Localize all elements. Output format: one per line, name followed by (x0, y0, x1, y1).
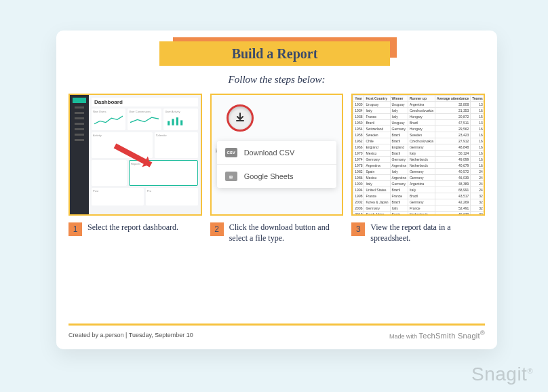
footer-credit: Created by a.person | Tuesday, September… (68, 332, 193, 338)
dashboard-mock: Dashboard New Users User Conversions Use… (70, 95, 201, 214)
svg-rect-1 (172, 119, 174, 125)
dashboard-tile: New Users (92, 109, 125, 130)
tutorial-card: Build a Report Follow the steps below: D… (56, 31, 497, 349)
spreadsheet-table: YearHost CountryWinnerRunner upAverage a… (353, 95, 484, 214)
dashboard-tile: Calendar (155, 132, 198, 158)
table-header: Year (353, 96, 364, 102)
svg-rect-0 (168, 121, 170, 125)
footer-madewith: Made with TechSmith Snagit® (389, 330, 485, 340)
svg-rect-3 (181, 120, 183, 125)
table-row: 1982SpainItalyGermany40,5722452146 (353, 169, 484, 175)
dashboard-sidebar (70, 95, 89, 214)
step-3-image: YearHost CountryWinnerRunner upAverage a… (351, 94, 485, 216)
table-header: Average attendance (435, 96, 471, 102)
table-row: 1934ItalyItalyCzechoslovakia21,353161770 (353, 108, 484, 114)
step-3: YearHost CountryWinnerRunner upAverage a… (351, 94, 485, 243)
svg-rect-2 (176, 117, 178, 125)
download-button[interactable] (227, 104, 254, 132)
table-row: 1930UruguayUruguayArgentina32,808131870 (353, 102, 484, 108)
table-header: Winner (390, 96, 408, 102)
dashboard-tile: User Activity (163, 109, 197, 130)
dashboard-tile (92, 160, 127, 186)
table-row: 1958SwedenBrazilSweden23,4231635126 (353, 132, 484, 138)
step-2: king CSV Download CSV ⊞ Google Sheets (210, 94, 344, 243)
table-row: 2006GermanyItalyFrance52,4913264147 (353, 205, 484, 212)
footer: Created by a.person | Tuesday, September… (68, 324, 485, 340)
table-header: Host Country (364, 96, 390, 102)
csv-icon: CSV (225, 148, 237, 157)
menu-label-sheets: Google Sheets (244, 172, 294, 180)
step-text-2: Click the download button and select a f… (229, 222, 344, 243)
dashboard-tile: Pro (146, 188, 198, 205)
step-number-3: 3 (351, 222, 365, 236)
step-text-3: View the report data in a spreadsheet. (370, 222, 485, 243)
step-text-1: Select the report dashboard. (87, 222, 178, 233)
table-row: 2010South AfricaSpainNetherlands49,67032… (353, 212, 484, 215)
dashboard-tile: User Conversions (128, 109, 161, 130)
title-container: Build a Report (165, 41, 389, 68)
table-row: 1994United StatesBrazilItaly68,991245214… (353, 187, 484, 193)
dashboard-heading: Dashboard (92, 98, 198, 106)
sheets-icon: ⊞ (225, 172, 237, 181)
dashboard-tile-reports: Reports (129, 160, 198, 186)
subtitle: Follow the steps below: (68, 74, 485, 85)
table-row: 1954SwitzerlandGermanyHungary29,56216261… (353, 126, 484, 132)
table-header: Teams (471, 96, 484, 102)
menu-label-csv: Download CSV (244, 149, 295, 157)
download-menu: CSV Download CSV ⊞ Google Sheets (217, 141, 337, 188)
snagit-watermark: Snagit® (471, 364, 533, 385)
title-bar: Build a Report (159, 41, 390, 66)
table-row: 1950BrazilUruguayBrazil47,511132288 (353, 120, 484, 126)
table-row: 1974GermanyGermanyNetherlands49,09916389… (353, 157, 484, 163)
step-number-1: 1 (68, 222, 82, 236)
step-1-image: Dashboard New Users User Conversions Use… (68, 94, 202, 216)
table-row: 1986MexicoArgentinaGermany46,0392452132 (353, 175, 484, 181)
menu-item-sheets[interactable]: ⊞ Google Sheets (217, 165, 337, 188)
table-row: 1962ChileBrazilCzechoslovakia27,91216328… (353, 138, 484, 144)
table-row: 1938FranceItalyHungary20,872151884 (353, 114, 484, 120)
spreadsheet-mock: YearHost CountryWinnerRunner upAverage a… (353, 95, 484, 214)
download-icon (235, 113, 246, 123)
step-number-2: 2 (210, 222, 224, 236)
menu-item-csv[interactable]: CSV Download CSV (217, 141, 337, 165)
step-1: Dashboard New Users User Conversions Use… (68, 94, 202, 243)
dashboard-tile: Activity (92, 132, 153, 158)
table-row: 1970MexicoBrazilItaly50,124163295 (353, 151, 484, 157)
table-row: 1990ItalyGermanyArgentina48,3892452115 (353, 181, 484, 187)
table-header: Runner up (408, 96, 435, 102)
dashboard-tile: Post (92, 188, 144, 205)
table-row: 1978ArgentinaArgentinaNetherlands40,6791… (353, 163, 484, 169)
page-title: Build a Report (232, 46, 318, 62)
table-row: 1966EnglandEnglandGermany48,848163289 (353, 144, 484, 151)
step-2-image: king CSV Download CSV ⊞ Google Sheets (210, 94, 344, 216)
table-row: 2002Korea & JapanBrazilGermany42,2693264… (353, 199, 484, 205)
table-row: 1998FranceFranceBrazil43,5173264171 (353, 193, 484, 199)
dashboard-main: Dashboard New Users User Conversions Use… (89, 95, 201, 214)
steps-row: Dashboard New Users User Conversions Use… (68, 94, 485, 243)
